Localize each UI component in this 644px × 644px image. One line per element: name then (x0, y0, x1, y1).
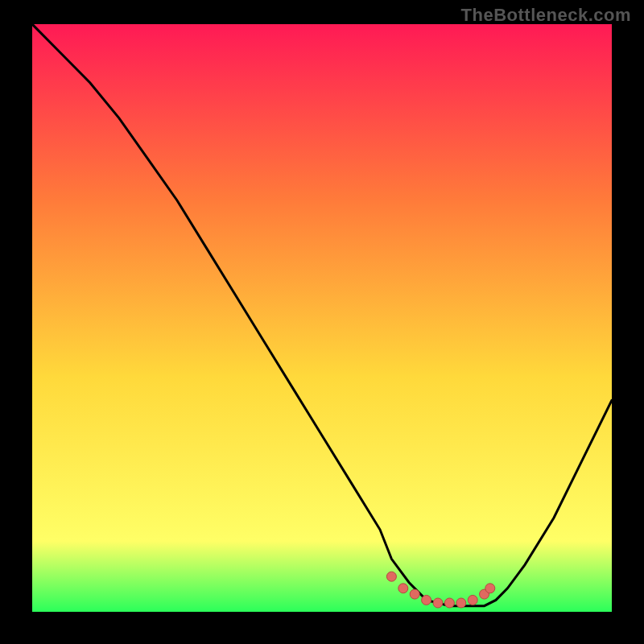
marker-point (433, 598, 443, 608)
plot-area (32, 24, 612, 612)
marker-point (410, 589, 419, 599)
marker-point (468, 595, 477, 605)
marker-point (444, 598, 454, 608)
marker-point (422, 595, 431, 605)
marker-point (456, 598, 466, 608)
marker-point (485, 584, 495, 593)
watermark-text: TheBottleneck.com (461, 5, 631, 26)
marker-point (386, 572, 396, 581)
gradient-background (32, 24, 612, 612)
chart-frame: TheBottleneck.com (0, 0, 644, 644)
chart-svg (32, 24, 612, 612)
marker-point (398, 584, 408, 593)
